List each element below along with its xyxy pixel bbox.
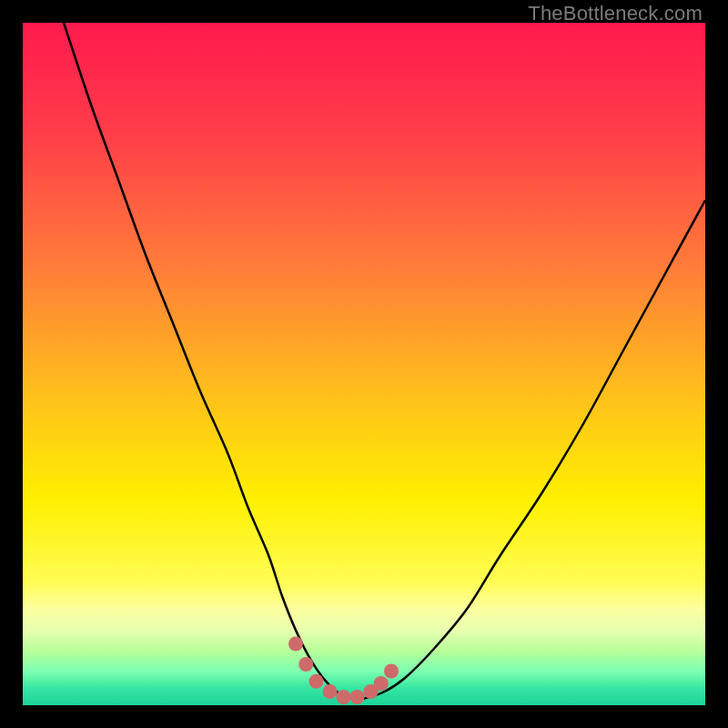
- watermark-text: TheBottleneck.com: [528, 2, 703, 25]
- bottleneck-curve: [64, 23, 705, 699]
- chart-svg: [23, 23, 705, 705]
- outer-frame: TheBottleneck.com: [0, 0, 728, 728]
- valley-dot: [309, 674, 324, 689]
- valley-dot: [298, 657, 313, 672]
- valley-dot: [323, 684, 338, 699]
- valley-dot: [337, 690, 351, 704]
- valley-dot: [350, 690, 365, 704]
- valley-dots: [288, 637, 399, 705]
- plot-area: [23, 23, 705, 705]
- valley-dot: [288, 637, 303, 652]
- valley-dot: [374, 676, 389, 691]
- valley-dot: [384, 664, 399, 679]
